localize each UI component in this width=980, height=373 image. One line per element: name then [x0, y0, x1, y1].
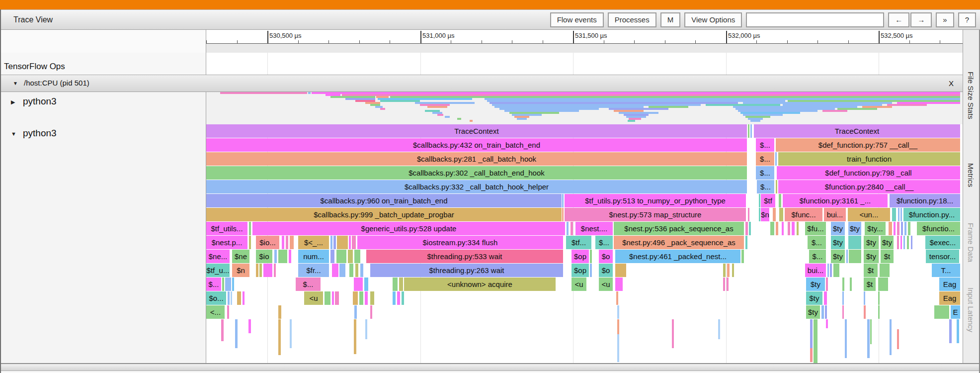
flame-bar[interactable] — [878, 278, 888, 291]
device-header-bar[interactable]: ▼ /host:CPU (pid 501) X — [0, 75, 963, 92]
flame-bar[interactable] — [779, 208, 783, 221]
flame-bar[interactable] — [901, 222, 903, 235]
flame-bar[interactable] — [911, 236, 912, 249]
flame-bar[interactable] — [830, 264, 832, 277]
flame-bar[interactable]: TraceContext — [206, 124, 747, 138]
flame-bar[interactable] — [788, 222, 790, 235]
flame-bar[interactable] — [290, 319, 292, 348]
flame-bar[interactable] — [810, 348, 813, 362]
flame-bar[interactable] — [259, 264, 262, 277]
flame-bar[interactable] — [903, 236, 905, 249]
flame-bar[interactable] — [590, 264, 592, 277]
bottom-section-bar[interactable] — [0, 363, 980, 371]
flame-bar[interactable] — [907, 236, 909, 249]
flame-bar[interactable] — [773, 208, 776, 221]
flame-bar[interactable]: $func... — [785, 208, 822, 221]
flame-bar[interactable]: $ne — [232, 250, 249, 263]
flame-bar[interactable]: $io — [256, 250, 272, 263]
flame-bar[interactable]: $nest.... — [575, 222, 613, 235]
flame-bar[interactable]: $<_... — [298, 236, 329, 249]
flame-bar[interactable] — [864, 291, 865, 305]
flame-bar[interactable]: $def_function.py:757 __call__ — [776, 138, 960, 152]
flame-bar[interactable] — [278, 305, 281, 319]
flame-bar[interactable] — [359, 291, 363, 305]
collapse-arrow-icon[interactable]: ▼ — [11, 131, 16, 137]
flame-bar[interactable] — [880, 264, 890, 277]
flame-bar[interactable] — [235, 319, 238, 348]
flame-bar[interactable] — [330, 250, 334, 263]
flame-bar[interactable]: tensor... — [926, 250, 959, 263]
flame-bar[interactable] — [278, 250, 287, 263]
flame-bar[interactable] — [878, 305, 880, 319]
flame-bar[interactable]: $n — [761, 208, 769, 221]
flame-bar[interactable]: $threading.py:263 wait — [370, 264, 563, 277]
flame-bar[interactable] — [890, 319, 892, 355]
flame-bar[interactable] — [243, 291, 245, 305]
flame-bar[interactable] — [333, 236, 336, 249]
flame-bar[interactable]: $nest.py:496 _pack_sequence_as — [614, 236, 744, 249]
flame-bar[interactable] — [365, 291, 368, 305]
flame-bar[interactable]: $fr... — [298, 264, 329, 277]
help-button[interactable]: ? — [958, 12, 976, 27]
flame-bar[interactable] — [867, 319, 870, 358]
flame-bar[interactable]: $n — [232, 264, 249, 277]
tab-metrics[interactable]: Metrics — [967, 163, 975, 187]
flame-bar[interactable] — [354, 250, 360, 263]
collapse-arrow-icon[interactable]: ▼ — [13, 81, 18, 86]
flame-bar[interactable] — [897, 329, 899, 349]
flame-bar[interactable]: E — [951, 305, 960, 319]
flame-bar[interactable]: $fu... — [805, 222, 826, 235]
flame-bar[interactable]: $threading.py:533 wait — [366, 250, 563, 263]
flame-bar[interactable] — [393, 291, 396, 305]
flame-bar[interactable] — [776, 180, 777, 193]
flame-bar[interactable]: <u — [599, 278, 613, 291]
flame-bar[interactable] — [897, 222, 899, 235]
flame-bar[interactable] — [249, 222, 251, 235]
toolbar-button-m[interactable]: M — [660, 12, 681, 27]
flame-bar[interactable] — [723, 264, 726, 277]
flame-bar[interactable] — [821, 305, 824, 319]
flame-bar[interactable] — [289, 250, 291, 263]
flame-bar[interactable] — [399, 278, 403, 291]
flame-bar[interactable] — [562, 194, 564, 207]
flame-bar[interactable] — [286, 236, 288, 249]
flame-bar[interactable]: $callbacks.py:960 on_train_batch_end — [206, 194, 562, 207]
tab-input-latency[interactable]: Input Latency — [967, 287, 975, 332]
flame-bar[interactable] — [810, 319, 813, 348]
flame-bar[interactable] — [727, 264, 730, 277]
flame-bar[interactable] — [775, 152, 777, 166]
flame-bar[interactable] — [617, 319, 619, 334]
flame-bar[interactable]: <u — [304, 291, 323, 305]
flame-bar[interactable] — [957, 319, 959, 343]
flame-bar[interactable] — [354, 278, 363, 291]
flame-bar[interactable]: $ty — [806, 305, 820, 319]
flame-bar[interactable] — [748, 208, 749, 221]
flame-bar[interactable]: $o... — [206, 291, 226, 305]
flame-bar[interactable] — [934, 305, 949, 319]
flame-bar[interactable] — [349, 264, 353, 277]
flame-bar[interactable] — [370, 291, 374, 305]
flame-bar[interactable]: $ty — [864, 250, 879, 263]
flame-bar[interactable] — [892, 208, 896, 221]
flame-bar[interactable] — [282, 236, 284, 249]
flame-bar[interactable]: $... — [756, 152, 774, 166]
flame-bar[interactable] — [797, 222, 799, 235]
flame-bar[interactable]: Eag — [939, 278, 960, 291]
flame-bar[interactable] — [894, 222, 896, 235]
flame-bar[interactable] — [231, 291, 232, 305]
flame-bar[interactable]: train_function — [778, 152, 960, 166]
flame-bar[interactable]: $o — [599, 250, 613, 263]
flame-bar[interactable] — [900, 208, 902, 221]
flame-bar[interactable] — [274, 250, 277, 263]
flame-bar[interactable] — [354, 305, 357, 319]
flame-bar[interactable]: $callbacks.py:332 _call_batch_hook_helpe… — [206, 180, 747, 193]
flame-bar[interactable] — [833, 264, 839, 277]
flame-bar[interactable]: bui... — [805, 264, 826, 277]
flame-bar[interactable] — [615, 278, 623, 291]
flame-bar[interactable]: bui... — [824, 208, 846, 221]
flame-bar[interactable]: $iostream.py:334 flush — [357, 236, 563, 249]
flame-bar[interactable] — [365, 319, 367, 339]
flame-bar[interactable]: $... — [808, 236, 826, 249]
flame-bar[interactable] — [779, 194, 781, 207]
flame-bar[interactable]: $... — [206, 278, 221, 291]
